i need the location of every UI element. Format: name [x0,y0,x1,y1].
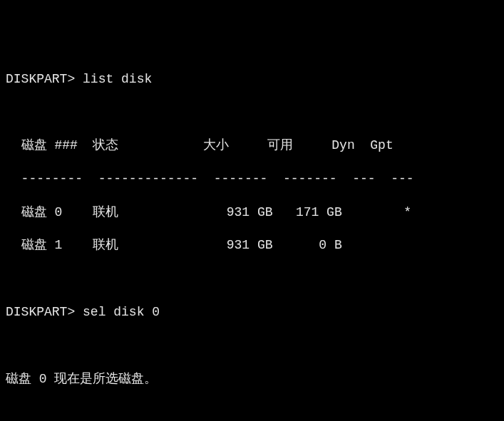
prompt: DISKPART> [6,72,75,86]
disk-free: 0 B [319,238,341,252]
rule: -------- [21,172,83,186]
blank-line [6,271,498,287]
col-dyn: Dyn [331,138,354,152]
col-free: 可用 [267,138,293,152]
command-text: sel disk 0 [83,305,160,319]
col-disk: 磁盘 ### [21,138,78,152]
disk-table-rule: -------- ------------- ------- ------- -… [6,171,498,187]
disk-table-header: 磁盘 ### 状态 大小 可用 Dyn Gpt [6,137,498,154]
rule: ------- [214,172,268,186]
col-size: 大小 [203,138,229,152]
col-gpt: Gpt [370,138,393,152]
disk-name: 磁盘 1 [21,238,63,252]
disk-free: 171 GB [296,205,342,219]
cmd-line-sel-disk[interactable]: DISKPART> sel disk 0 [6,304,498,321]
prompt: DISKPART> [6,305,75,319]
selection-message: 磁盘 0 现在是所选磁盘。 [6,371,498,388]
blank-line [6,404,498,420]
command-text: list disk [83,72,152,86]
rule: ------- [283,172,337,186]
blank-line [6,338,498,354]
cmd-line-list-disk[interactable]: DISKPART> list disk [6,71,498,88]
disk-size: 931 GB [227,238,273,252]
disk-state: 联机 [93,205,118,219]
disk-row: 磁盘 1 联机 931 GB 0 B [6,237,498,254]
rule: ------------- [98,172,198,186]
col-state: 状态 [93,138,118,152]
blank-line [6,104,498,120]
rule: --- [352,172,375,186]
disk-row: 磁盘 0 联机 931 GB 171 GB * [6,204,498,221]
rule: --- [391,172,413,186]
disk-state: 联机 [93,238,118,252]
disk-name: 磁盘 0 [21,205,63,219]
disk-size: 931 GB [227,205,273,219]
disk-gpt: * [403,205,411,219]
